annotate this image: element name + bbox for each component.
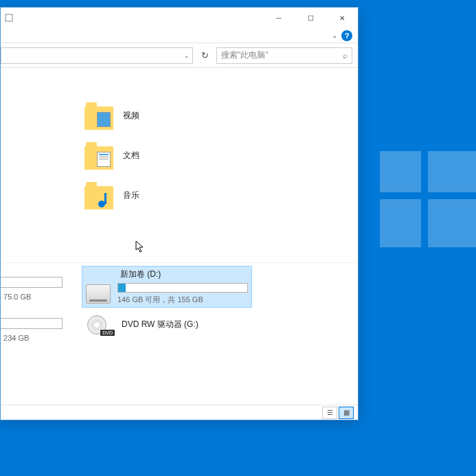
address-bar[interactable]: ⌄ [1,47,193,64]
search-box[interactable]: 搜索"此电脑" ⌕ [216,47,352,64]
titlebar[interactable]: ─ ☐ ✕ [1,8,358,28]
search-placeholder: 搜索"此电脑" [221,49,269,61]
dvd-badge: DVD [100,330,115,336]
music-folder-icon [84,181,113,209]
folder-item-documents[interactable]: 文档 [83,139,141,171]
partial-usage-bar-2 [1,318,63,329]
status-bar: ☰ ▦ [1,405,358,420]
documents-folder-icon [84,141,113,170]
drive-item-g[interactable]: DVD DVD RW 驱动器 (G:) [83,313,253,339]
address-bar-row: ⌄ ↻ 搜索"此电脑" ⌕ [1,43,358,68]
folder-label: 文档 [123,150,139,161]
drive-d-usage-text: 146 GB 可用，共 155 GB [117,295,248,305]
drive-d-usage-bar [117,283,248,293]
help-icon[interactable]: ? [341,30,352,41]
refresh-button[interactable]: ↻ [197,47,212,64]
music-note-icon [97,192,112,208]
ribbon-collapsed-bar: ⌄ ? [1,28,358,43]
drive-g-title: DVD RW 驱动器 (G:) [122,319,199,330]
videos-folder-icon [84,101,113,130]
maximize-button[interactable]: ☐ [295,8,326,28]
svg-point-1 [98,201,105,207]
minimize-button[interactable]: ─ [263,8,295,28]
svg-rect-0 [5,14,12,21]
content-area: 视频 文档 音乐 共 75.0 GB [1,68,358,405]
folder-label: 音乐 [123,190,139,201]
hdd-icon [86,284,111,304]
drive-d-title: 新加卷 (D:) [86,269,248,280]
partial-drive-text-1: 共 75.0 GB [1,292,31,302]
partial-usage-bar-1 [1,277,63,288]
folder-label: 视频 [123,110,139,122]
folder-item-videos[interactable]: 视频 [83,100,141,131]
dvd-drive-icon: DVD [87,315,115,336]
search-icon[interactable]: ⌕ [343,51,348,60]
partial-drive-text-2: 共 234 GB [1,333,29,343]
file-explorer-window: ─ ☐ ✕ ⌄ ? ⌄ ↻ 搜索"此电脑" ⌕ 视频 [0,7,359,420]
qat-icon [5,14,13,22]
address-dropdown-icon[interactable]: ⌄ [184,52,190,59]
folder-item-music[interactable]: 音乐 [83,179,141,211]
titlebar-left [1,14,13,22]
drive-d-usage-fill [118,284,126,292]
svg-rect-2 [104,193,106,204]
drive-item-d[interactable]: 新加卷 (D:) 146 GB 可用，共 155 GB [82,266,252,308]
view-large-icons-button[interactable]: ▦ [339,407,354,419]
close-button[interactable]: ✕ [326,8,358,28]
ribbon-expand-icon[interactable]: ⌄ [332,32,337,39]
desktop-windows-logo [380,151,476,247]
view-details-button[interactable]: ☰ [322,407,337,419]
window-controls: ─ ☐ ✕ [263,8,358,28]
